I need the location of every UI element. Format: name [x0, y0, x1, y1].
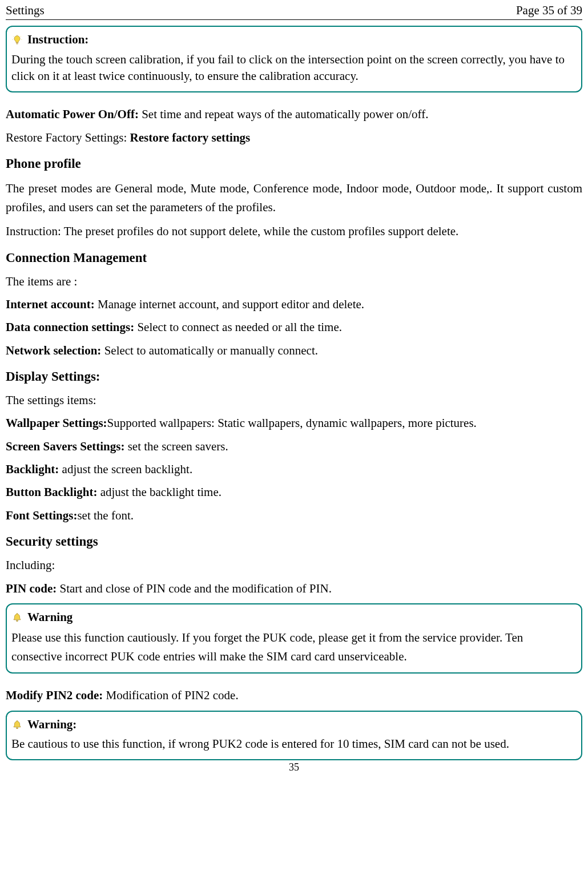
restore-factory-item: Restore Factory Settings: Restore factor… — [6, 130, 582, 146]
disp-item-0: Wallpaper Settings:Supported wallpapers:… — [6, 415, 582, 431]
conn-item-2-text: Select to automatically or manually conn… — [104, 344, 318, 357]
svg-rect-1 — [16, 43, 18, 44]
display-settings-heading: Display Settings: — [6, 368, 582, 385]
modify-pin2-item: Modify PIN2 code: Modification of PIN2 c… — [6, 687, 582, 703]
disp-item-1-text: set the screen savers. — [128, 440, 228, 453]
lightbulb-icon — [11, 34, 23, 46]
instruction-title: Instruction: — [27, 31, 88, 47]
restore-factory-prefix: Restore Factory Settings: — [6, 131, 130, 144]
disp-item-2: Backlight: adjust the screen backlight. — [6, 461, 582, 477]
disp-item-3: Button Backlight: adjust the backlight t… — [6, 484, 582, 500]
warning-callout-1: Warning Please use this function cautiou… — [6, 603, 582, 674]
modify-pin2-text: Modification of PIN2 code. — [106, 688, 239, 702]
conn-item-0-text: Manage internet account, and support edi… — [98, 297, 364, 311]
warning-2-body: Be cautious to use this function, if wro… — [11, 736, 577, 752]
warning-callout-2: Warning: Be cautious to use this functio… — [6, 711, 582, 761]
disp-item-4-text: set the font. — [77, 509, 134, 522]
auto-power-item: Automatic Power On/Off: Set time and rep… — [6, 106, 582, 122]
phone-profile-p1: The preset modes are General mode, Mute … — [6, 179, 582, 216]
security-settings-heading: Security settings — [6, 533, 582, 550]
restore-factory-bold: Restore factory settings — [130, 131, 251, 144]
header-right: Page 35 of 39 — [516, 2, 582, 18]
disp-item-1-label: Screen Savers Settings: — [6, 440, 128, 453]
disp-item-4: Font Settings:set the font. — [6, 507, 582, 523]
pin-code-label: PIN code: — [6, 582, 59, 595]
disp-item-1: Screen Savers Settings: set the screen s… — [6, 438, 582, 454]
connection-mgmt-intro: The items are : — [6, 273, 582, 289]
display-settings-intro: The settings items: — [6, 392, 582, 408]
conn-item-2-label: Network selection: — [6, 344, 104, 357]
auto-power-text: Set time and repeat ways of the automati… — [142, 107, 428, 121]
instruction-callout: Instruction: During the touch screen cal… — [6, 26, 582, 92]
disp-item-3-text: adjust the backlight time. — [100, 485, 221, 499]
page-header: Settings Page 35 of 39 — [6, 2, 582, 20]
disp-item-0-label: Wallpaper Settings: — [6, 416, 107, 430]
disp-item-4-label: Font Settings: — [6, 509, 77, 522]
auto-power-label: Automatic Power On/Off: — [6, 107, 142, 121]
phone-profile-heading: Phone profile — [6, 155, 582, 172]
disp-item-2-text: adjust the screen backlight. — [62, 462, 193, 476]
conn-item-0-label: Internet account: — [6, 297, 98, 311]
security-settings-intro: Including: — [6, 557, 582, 573]
pin-code-item: PIN code: Start and close of PIN code an… — [6, 580, 582, 596]
page-footer-number: 35 — [6, 760, 582, 774]
conn-item-1: Data connection settings: Select to conn… — [6, 319, 582, 335]
modify-pin2-label: Modify PIN2 code: — [6, 688, 106, 702]
disp-item-0-text: Supported wallpapers: Static wallpapers,… — [107, 416, 477, 430]
header-left: Settings — [6, 2, 45, 18]
warning-2-title: Warning: — [27, 716, 76, 732]
pin-code-text: Start and close of PIN code and the modi… — [59, 582, 331, 595]
disp-item-3-label: Button Backlight: — [6, 485, 100, 499]
warning-1-title: Warning — [27, 609, 73, 625]
bell-icon — [11, 611, 23, 623]
conn-item-1-label: Data connection settings: — [6, 320, 137, 334]
svg-rect-0 — [16, 42, 18, 43]
disp-item-2-label: Backlight: — [6, 462, 62, 476]
bell-icon — [11, 719, 23, 730]
conn-item-1-text: Select to connect as needed or all the t… — [137, 320, 342, 334]
instruction-body: During the touch screen calibration, if … — [11, 51, 577, 85]
phone-profile-p2: Instruction: The preset profiles do not … — [6, 223, 582, 239]
connection-mgmt-heading: Connection Management — [6, 249, 582, 267]
conn-item-0: Internet account: Manage internet accoun… — [6, 296, 582, 312]
conn-item-2: Network selection: Select to automatical… — [6, 342, 582, 358]
warning-1-body: Please use this function cautiously. If … — [11, 628, 577, 666]
